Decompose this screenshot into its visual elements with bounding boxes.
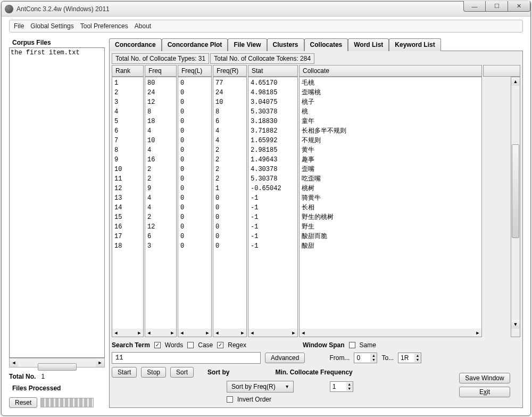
- tab-word-list[interactable]: Word List: [348, 38, 389, 51]
- spin-down-icon[interactable]: ▼: [414, 358, 421, 362]
- scroll-up-icon[interactable]: ▲: [511, 77, 520, 86]
- scroll-right-icon[interactable]: ►: [169, 330, 176, 336]
- table-cell: 4: [215, 126, 244, 136]
- to-spinner[interactable]: ▲▼: [398, 353, 421, 363]
- tab-concordance-plot[interactable]: Concordance Plot: [162, 38, 228, 51]
- table-cell: 0: [215, 203, 244, 212]
- column-header-rank[interactable]: Rank: [112, 65, 144, 77]
- scroll-left-icon[interactable]: ◄: [178, 330, 186, 336]
- spin-down-icon[interactable]: ▼: [346, 387, 353, 391]
- tab-concordance[interactable]: Concordance: [109, 38, 162, 51]
- corpus-hscroll[interactable]: ◄ ►: [9, 358, 105, 367]
- column-body-freql[interactable]: 000000000000000000: [178, 77, 212, 329]
- scroll-left-icon[interactable]: ◄: [300, 330, 307, 336]
- scroll-left-icon[interactable]: ◄: [248, 330, 256, 336]
- advanced-button[interactable]: Advanced: [265, 353, 305, 363]
- start-button[interactable]: Start: [112, 367, 137, 378]
- search-input[interactable]: [112, 352, 261, 364]
- from-spinner[interactable]: ▲▼: [354, 353, 377, 363]
- to-value[interactable]: [398, 353, 414, 363]
- table-cell: 80: [147, 78, 174, 88]
- stat-types: Total No. of Collocate Types: 31: [112, 53, 209, 64]
- scroll-right-icon[interactable]: ►: [474, 330, 481, 336]
- column-hscroll[interactable]: ◄►: [213, 329, 247, 337]
- menu-file[interactable]: File: [14, 22, 24, 30]
- menu-tool-preferences[interactable]: Tool Preferences: [80, 22, 128, 30]
- invert-order-checkbox[interactable]: [227, 396, 233, 403]
- column-hscroll[interactable]: ◄►: [248, 329, 298, 337]
- menu-global-settings[interactable]: Global Settings: [30, 22, 73, 30]
- maximize-button[interactable]: ☐: [486, 1, 508, 12]
- column-body-stat[interactable]: 4.651704.981853.040755.303783.188303.718…: [248, 77, 298, 329]
- stop-button[interactable]: Stop: [141, 367, 166, 378]
- words-checkbox[interactable]: ✓: [154, 342, 161, 348]
- table-cell: 2: [215, 145, 244, 155]
- min-freq-value[interactable]: [330, 382, 346, 391]
- from-value[interactable]: [354, 353, 370, 363]
- table-cell: 0: [180, 97, 209, 107]
- column-hscroll[interactable]: ◄►: [145, 329, 177, 337]
- menu-about[interactable]: About: [135, 22, 151, 30]
- tab-file-view[interactable]: File View: [228, 38, 267, 51]
- column-hscroll[interactable]: ◄►: [112, 329, 144, 337]
- tab-clusters[interactable]: Clusters: [267, 38, 304, 51]
- column-body-freqr[interactable]: 772410864422221000000: [213, 77, 247, 329]
- scroll-right-icon[interactable]: ►: [239, 330, 246, 336]
- corpus-files-list[interactable]: the first item.txt: [9, 47, 105, 358]
- table-cell: 11: [114, 174, 141, 184]
- column-header-freq[interactable]: Freq: [145, 65, 177, 77]
- regex-checkbox[interactable]: ✓: [217, 342, 223, 348]
- exit-button[interactable]: Exit: [459, 387, 510, 397]
- scroll-left-icon[interactable]: ◄: [145, 330, 153, 336]
- spin-up-icon[interactable]: ▲: [370, 354, 377, 358]
- scroll-thumb[interactable]: [38, 363, 77, 371]
- from-label: From...: [329, 354, 350, 362]
- same-checkbox[interactable]: [349, 342, 355, 348]
- column-header-freqr[interactable]: Freq(R): [213, 65, 247, 77]
- sortby-dropdown[interactable]: Sort by Freq(R) ▸: [227, 381, 294, 393]
- case-checkbox[interactable]: [187, 342, 194, 348]
- table-cell: -0.65042: [251, 184, 295, 193]
- min-freq-label: Min. Collocate Frequency: [275, 369, 352, 376]
- column-header-collocate[interactable]: Collocate: [299, 65, 482, 77]
- scroll-right-icon[interactable]: ►: [204, 330, 211, 336]
- reset-button[interactable]: Reset: [9, 397, 37, 408]
- spin-down-icon[interactable]: ▼: [370, 358, 377, 362]
- scroll-left-icon[interactable]: ◄: [213, 330, 221, 336]
- min-freq-spinner[interactable]: ▲▼: [330, 381, 353, 392]
- column-body-collocate[interactable]: 毛桃歪嘴桃桃子桃童年长相多半不规则不规则黄牛趣事歪嘴吃歪嘴桃树骑黄牛长相野生的桃…: [299, 77, 482, 329]
- sort-button[interactable]: Sort: [170, 367, 194, 378]
- total-no-label: Total No.: [9, 373, 36, 380]
- minimize-button[interactable]: —: [463, 1, 486, 12]
- table-cell: 4.98185: [251, 88, 295, 97]
- scroll-down-icon[interactable]: ▼: [511, 320, 520, 329]
- tab-keyword-list[interactable]: Keyword List: [389, 38, 440, 51]
- title-bar: AntConc 3.2.4w (Windows) 2011 — ☐ ✕: [2, 2, 530, 17]
- table-cell: 9: [114, 155, 141, 165]
- table-cell: 0: [180, 155, 209, 165]
- save-window-button[interactable]: Save Window: [459, 373, 510, 383]
- corpus-file-item[interactable]: the first item.txt: [11, 49, 103, 56]
- table-cell: 6: [114, 126, 141, 136]
- table-vscroll[interactable]: ▲▼: [511, 77, 520, 329]
- close-button[interactable]: ✕: [508, 1, 530, 12]
- column-hscroll[interactable]: ◄►: [299, 329, 482, 337]
- tab-collocates[interactable]: Collocates: [304, 38, 348, 51]
- column-body-rank[interactable]: 123456789101112131415161718: [112, 77, 144, 329]
- scroll-right-icon[interactable]: ►: [96, 358, 104, 367]
- table-cell: 2: [147, 165, 174, 174]
- scroll-left-icon[interactable]: ◄: [112, 330, 120, 336]
- spin-up-icon[interactable]: ▲: [346, 382, 353, 387]
- table-cell: 13: [114, 193, 141, 203]
- column-hscroll[interactable]: ◄►: [178, 329, 212, 337]
- scroll-right-icon[interactable]: ►: [136, 330, 143, 336]
- table-cell: 0: [215, 212, 244, 222]
- scroll-right-icon[interactable]: ►: [290, 330, 297, 336]
- column-header-freql[interactable]: Freq(L): [178, 65, 212, 77]
- column-header-stat[interactable]: Stat: [248, 65, 298, 77]
- spin-up-icon[interactable]: ▲: [414, 354, 421, 358]
- column-body-freq[interactable]: 8024128184104162294421263: [145, 77, 177, 329]
- table-cell: 0: [180, 145, 209, 155]
- scroll-left-icon[interactable]: ◄: [10, 358, 18, 367]
- scroll-thumb[interactable]: [512, 144, 519, 238]
